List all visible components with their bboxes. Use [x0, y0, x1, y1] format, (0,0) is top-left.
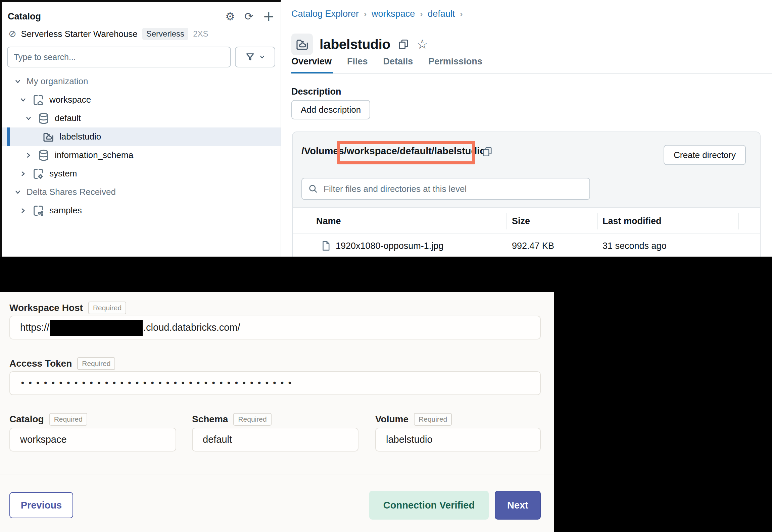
catalog-input[interactable]: workspace	[9, 428, 176, 451]
tree-item-label: My organization	[27, 76, 88, 87]
access-token-label: Access Token Required	[9, 357, 115, 370]
breadcrumb-separator: ›	[460, 9, 463, 19]
tree-item-workspace[interactable]: workspace	[2, 91, 281, 109]
file-icon	[320, 240, 332, 252]
tab-permissions[interactable]: Permissions	[428, 56, 482, 75]
warehouse-serverless-badge: Serverless	[142, 28, 188, 40]
catalog-gear-icon	[32, 167, 45, 180]
volume-title-icon-box	[291, 34, 313, 55]
favorite-star-icon[interactable]: ☆	[417, 37, 428, 52]
required-badge: Required	[49, 413, 87, 426]
catalog-tree: My organization workspace	[2, 72, 281, 220]
workspace-host-label: Workspace Host Required	[9, 302, 126, 314]
labelstudio-connection-section: Workspace Host Required https://.cloud.d…	[0, 292, 772, 532]
footer-divider	[0, 475, 554, 475]
volume-label: Volume Required	[375, 413, 452, 426]
catalog-header: Catalog ⚙ ⟳ +	[8, 9, 275, 24]
warehouse-name: Serverless Starter Warehouse	[21, 29, 137, 39]
settings-gear-icon[interactable]: ⚙	[225, 11, 235, 22]
filter-button[interactable]	[235, 47, 275, 67]
refresh-icon[interactable]: ⟳	[244, 11, 253, 22]
tree-item-delta-shares-received[interactable]: Delta Shares Received	[2, 183, 281, 201]
catalog-sidebar: Catalog ⚙ ⟳ + ⊘ Serverless Starter Wareh…	[0, 0, 281, 257]
chevron-down-icon[interactable]	[13, 77, 22, 86]
tree-item-label: Delta Shares Received	[27, 187, 116, 197]
column-header-size[interactable]: Size	[512, 216, 530, 226]
tree-item-system[interactable]: system	[2, 164, 281, 183]
redaction-band	[0, 257, 772, 292]
breadcrumb: Catalog Explorer › workspace › default ›	[291, 9, 463, 19]
schema-label: Schema Required	[192, 413, 272, 426]
tree-item-my-organization[interactable]: My organization	[2, 72, 281, 91]
chevron-down-icon[interactable]	[13, 188, 22, 197]
tree-item-label: samples	[49, 205, 82, 216]
required-badge: Required	[414, 413, 452, 426]
tree-item-default[interactable]: default	[2, 109, 281, 127]
breadcrumb-catalog-explorer[interactable]: Catalog Explorer	[291, 9, 359, 19]
chevron-down-icon[interactable]	[18, 96, 28, 104]
tab-files[interactable]: Files	[347, 56, 368, 75]
column-header-name[interactable]: Name	[316, 216, 341, 226]
file-size: 992.47 KB	[512, 241, 554, 251]
previous-button[interactable]: Previous	[9, 492, 73, 518]
files-table-header: Name Size Last modified	[293, 208, 760, 234]
column-header-last-modified[interactable]: Last modified	[602, 216, 662, 226]
breadcrumb-separator: ›	[364, 9, 367, 19]
chevron-down-icon[interactable]	[24, 114, 33, 123]
tab-divider	[291, 73, 772, 74]
catalog-explorer-section: Catalog ⚙ ⟳ + ⊘ Serverless Starter Wareh…	[0, 0, 772, 257]
add-description-button[interactable]: Add description	[291, 100, 370, 119]
catalog-home-icon	[32, 94, 45, 106]
volume-icon	[295, 37, 309, 52]
files-filter-input[interactable]	[301, 178, 590, 200]
tree-item-label: information_schema	[55, 150, 133, 160]
table-row[interactable]: 1920x1080-opposum-1.jpg 992.47 KB 31 sec…	[293, 235, 760, 257]
chevron-right-icon[interactable]	[24, 151, 33, 160]
warehouse-status-icon: ⊘	[8, 29, 16, 39]
schema-icon	[37, 149, 50, 162]
databricks-labelstudio-setup-screen: Catalog ⚙ ⟳ + ⊘ Serverless Starter Wareh…	[0, 0, 772, 532]
copy-title-icon[interactable]	[397, 38, 410, 51]
tree-item-label: system	[49, 168, 77, 179]
masked-token-value: ••••••••••••••••••••••••••••••••••••	[20, 378, 295, 388]
volume-input[interactable]: labelstudio	[375, 428, 541, 451]
copy-path-icon[interactable]	[481, 146, 493, 158]
schema-input[interactable]: default	[192, 428, 358, 451]
column-separator	[738, 213, 739, 229]
file-last-modified: 31 seconds ago	[602, 241, 667, 251]
search-icon	[307, 183, 319, 195]
tree-item-labelstudio[interactable]: labelstudio	[2, 127, 281, 146]
workspace-host-input[interactable]: https://.cloud.databricks.com/	[9, 316, 541, 339]
tab-details[interactable]: Details	[383, 56, 413, 75]
volume-icon	[42, 130, 55, 143]
funnel-icon	[245, 52, 255, 62]
tree-item-label: workspace	[49, 95, 91, 105]
tree-item-samples[interactable]: samples	[2, 201, 281, 220]
tree-item-information-schema[interactable]: information_schema	[2, 146, 281, 164]
access-token-input[interactable]: ••••••••••••••••••••••••••••••••••••	[9, 371, 541, 395]
tree-item-label: labelstudio	[59, 131, 101, 142]
breadcrumb-workspace[interactable]: workspace	[372, 9, 415, 19]
breadcrumb-separator: ›	[420, 9, 423, 19]
catalog-search-input[interactable]	[7, 47, 231, 67]
page-title: labelstudio	[320, 37, 390, 52]
connection-verified-status: Connection Verified	[369, 491, 489, 520]
chevron-right-icon[interactable]	[18, 206, 28, 215]
next-button[interactable]: Next	[495, 491, 541, 520]
add-plus-icon[interactable]: +	[263, 9, 275, 23]
chevron-down-icon	[259, 54, 266, 60]
redacted-hostname	[50, 320, 143, 336]
column-separator	[597, 213, 598, 229]
annotation-highlight-box	[337, 141, 475, 164]
tree-item-label: default	[55, 113, 81, 123]
catalog-panel-title: Catalog	[8, 11, 41, 22]
chevron-right-icon[interactable]	[18, 169, 28, 178]
connection-form: Workspace Host Required https://.cloud.d…	[0, 292, 554, 532]
required-badge: Required	[77, 357, 115, 370]
required-badge: Required	[233, 413, 271, 426]
breadcrumb-default[interactable]: default	[428, 9, 455, 19]
create-directory-button[interactable]: Create directory	[664, 145, 746, 165]
warehouse-row[interactable]: ⊘ Serverless Starter Warehouse Serverles…	[8, 27, 276, 41]
catalog-main-content: Catalog Explorer › workspace › default ›…	[281, 0, 772, 257]
file-name[interactable]: 1920x1080-opposum-1.jpg	[336, 241, 443, 251]
